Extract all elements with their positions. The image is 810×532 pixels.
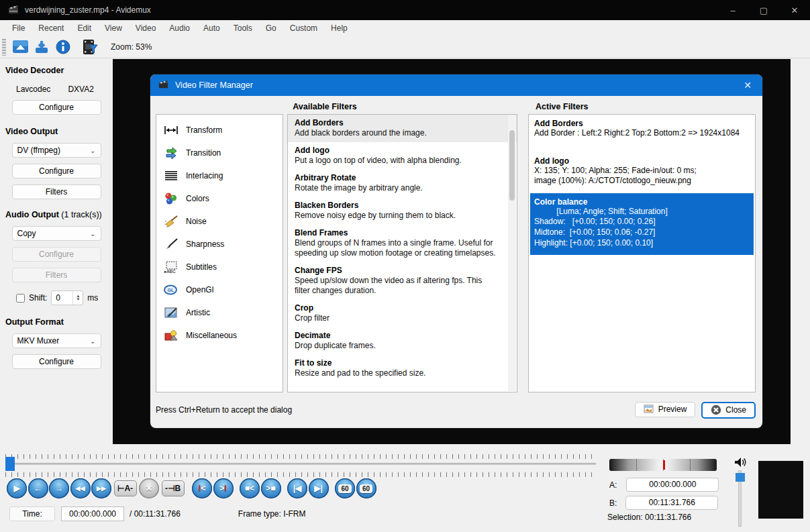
reset-markers-button[interactable]: ✕ [139, 478, 159, 498]
open-file-button[interactable] [10, 38, 30, 56]
category-noise[interactable]: Noise [156, 210, 283, 233]
set-marker-a-button[interactable]: ⊢A- [114, 480, 137, 496]
filter-add-logo[interactable]: Add logo Put a logo on top of video, wit… [288, 142, 517, 170]
scrollbar-thumb[interactable] [509, 130, 515, 201]
set-marker-b-button[interactable]: -⊣B [162, 480, 185, 496]
shift-spinner[interactable]: 0 ▲▼ [51, 290, 83, 305]
active-filter-add-borders[interactable]: Add Borders Add Border : Left:2 Right:2 … [529, 115, 755, 144]
jog-shuttle-wheel[interactable] [609, 459, 717, 471]
active-filter-add-logo[interactable]: Add logo X: 135; Y: 100; Alpha: 255; Fad… [529, 144, 755, 192]
avidemux-clapper-icon [8, 4, 19, 17]
category-colors[interactable]: Colors [156, 187, 283, 210]
svg-text:GL: GL [168, 288, 174, 292]
video-filters-button[interactable] [80, 38, 100, 56]
sharpness-brush-icon [164, 237, 179, 251]
category-artistic[interactable]: Artistic [156, 301, 283, 324]
open-icon [12, 40, 29, 54]
save-file-button[interactable] [32, 38, 52, 56]
filter-arbitrary-rotate[interactable]: Arbitrary Rotate Rotate the image by arb… [288, 170, 517, 197]
video-filters-sidebar-button[interactable]: Filters [12, 184, 101, 199]
play-icon: ▶ [13, 484, 19, 493]
marker-a-icon: ⊢ [117, 484, 124, 493]
dialog-close-icon[interactable]: ✕ [733, 74, 762, 96]
timeline-handle[interactable] [5, 457, 15, 471]
forward-button[interactable]: ▶▶ [91, 478, 111, 498]
available-filters-heading: Available Filters [244, 102, 405, 111]
menu-audio[interactable]: Audio [162, 21, 197, 35]
info-button[interactable] [53, 38, 73, 56]
next-black-frame-button[interactable]: >■ [261, 478, 281, 498]
shift-checkbox[interactable] [16, 294, 25, 303]
active-filter-color-balance[interactable]: Color balance [Luma; Angle; Shift; Satur… [530, 193, 754, 255]
skip-end-icon: ▶| [314, 484, 323, 493]
filter-blacken-borders[interactable]: Blacken Borders Remove noisy edge by tur… [288, 197, 517, 225]
video-configure-button[interactable]: Configure [12, 164, 101, 178]
colors-icon [164, 192, 179, 205]
menu-recent[interactable]: Recent [32, 21, 70, 35]
volume-icon[interactable] [734, 457, 746, 470]
back-60s-button[interactable]: 60 [335, 478, 355, 498]
volume-slider-handle[interactable] [736, 473, 745, 482]
category-opengl[interactable]: GL OpenGl [156, 278, 283, 301]
next-frame-button[interactable]: → [49, 478, 69, 498]
audio-configure-button[interactable]: Configure [12, 247, 101, 262]
spinner-arrows-icon[interactable]: ▲▼ [72, 291, 83, 305]
menu-edit[interactable]: Edit [70, 21, 98, 35]
menu-auto[interactable]: Auto [197, 21, 227, 35]
category-sharpness[interactable]: Sharpness [156, 233, 283, 256]
filter-change-fps[interactable]: Change FPS Speed up/slow down the video … [288, 262, 517, 300]
menu-view[interactable]: View [98, 21, 129, 35]
time-value-field[interactable]: 00:00:00.000 [61, 507, 124, 521]
marker-b-value-field[interactable]: 00:11:31.766 [625, 496, 718, 510]
svg-text:▸ABC: ▸ABC [164, 269, 176, 274]
menu-go[interactable]: Go [259, 21, 283, 35]
active-filters-list: Add Borders Add Border : Left:2 Right:2 … [528, 114, 756, 392]
output-format-select[interactable]: MKV Muxer ⌄ [12, 333, 101, 348]
audio-output-select[interactable]: Copy ⌄ [12, 226, 101, 241]
dialog-titlebar[interactable]: Video Filter Manager ✕ [150, 74, 762, 96]
menu-help[interactable]: Help [324, 21, 354, 35]
filter-add-borders[interactable]: Add Borders Add black borders around the… [288, 115, 517, 142]
next-intra-frame-button[interactable]: >I [213, 478, 234, 498]
window-titlebar: verdwijning_zuster.mp4 - Avidemux – ▢ ✕ [0, 0, 810, 20]
previous-frame-button[interactable]: ← [28, 478, 48, 498]
audio-filters-button[interactable]: Filters [12, 268, 101, 282]
menu-tools[interactable]: Tools [227, 21, 259, 35]
timeline-ticks-bottom [5, 472, 596, 477]
menu-video[interactable]: Video [129, 21, 162, 35]
category-transition[interactable]: Transition [156, 142, 283, 164]
close-dialog-button[interactable]: Close [701, 402, 756, 419]
play-button[interactable]: ▶ [7, 478, 27, 498]
duration-label: / 00:11:31.766 [130, 509, 181, 519]
decoder-configure-button[interactable]: Configure [12, 100, 101, 115]
marker-a-value-field[interactable]: 00:00:00.000 [626, 478, 719, 492]
preview-button[interactable]: Preview [635, 402, 696, 417]
filter-crop[interactable]: Crop Crop filter [288, 300, 517, 327]
menu-custom[interactable]: Custom [283, 21, 324, 35]
timeline-slider[interactable] [5, 463, 596, 465]
maximize-button[interactable]: ▢ [748, 0, 779, 20]
filter-blend-frames[interactable]: Blend Frames Blend groups of N frames in… [288, 225, 517, 262]
category-transform[interactable]: Transform [156, 119, 283, 142]
last-frame-button[interactable]: ▶| [309, 478, 329, 498]
fast-forward-icon: ▶▶ [97, 485, 106, 492]
first-frame-button[interactable]: |◀ [287, 478, 307, 498]
film-filter-icon [82, 39, 99, 55]
video-output-select[interactable]: DV (ffmpeg) ⌄ [12, 143, 101, 158]
backward-button[interactable]: ◀◀ [70, 478, 91, 498]
filter-decimate[interactable]: Decimate Drop duplicate frames. [288, 327, 517, 355]
minimize-button[interactable]: – [717, 0, 748, 20]
category-subtitles[interactable]: ▸ABC Subtitles [156, 256, 283, 278]
menu-file[interactable]: File [5, 21, 32, 35]
filter-fit-to-size[interactable]: Fit to size Resize and pad to the specif… [288, 355, 517, 382]
filters-scrollbar[interactable] [508, 115, 516, 391]
previous-black-frame-button[interactable]: ■< [240, 478, 260, 498]
forward-60s-button[interactable]: 60 [356, 478, 376, 498]
toolbar-grip[interactable] [2, 38, 6, 56]
category-interlacing[interactable]: Interlacing [156, 164, 283, 187]
previous-intra-frame-button[interactable]: I< [192, 478, 212, 498]
video-output-heading: Video Output [0, 121, 113, 136]
close-window-button[interactable]: ✕ [779, 0, 810, 20]
category-miscellaneous[interactable]: Miscellaneous [156, 324, 283, 347]
muxer-configure-button[interactable]: Configure [12, 354, 101, 369]
